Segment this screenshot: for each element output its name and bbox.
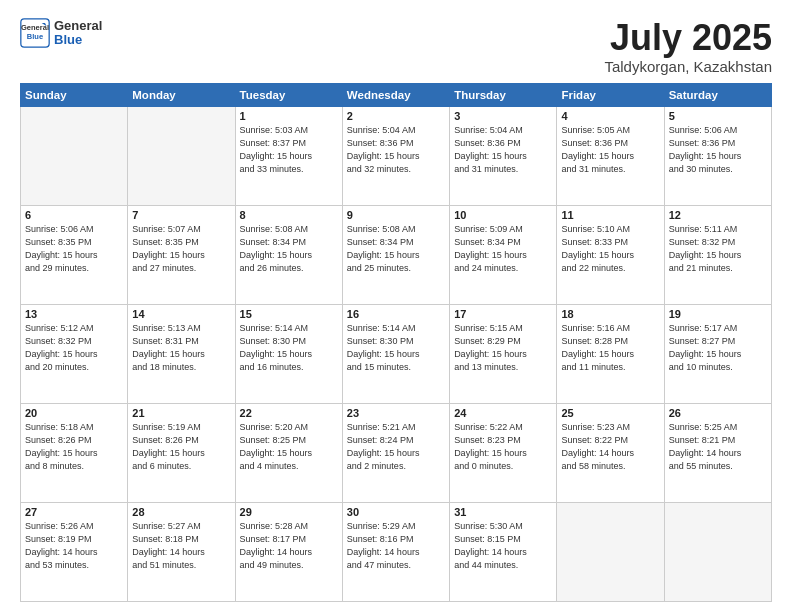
col-tuesday: Tuesday (235, 83, 342, 106)
svg-text:Blue: Blue (27, 32, 43, 41)
table-row: 17Sunrise: 5:15 AM Sunset: 8:29 PM Dayli… (450, 304, 557, 403)
day-number: 5 (669, 110, 767, 122)
day-info: Sunrise: 5:19 AM Sunset: 8:26 PM Dayligh… (132, 421, 230, 473)
day-info: Sunrise: 5:22 AM Sunset: 8:23 PM Dayligh… (454, 421, 552, 473)
table-row: 21Sunrise: 5:19 AM Sunset: 8:26 PM Dayli… (128, 403, 235, 502)
table-row: 3Sunrise: 5:04 AM Sunset: 8:36 PM Daylig… (450, 106, 557, 205)
day-info: Sunrise: 5:28 AM Sunset: 8:17 PM Dayligh… (240, 520, 338, 572)
day-info: Sunrise: 5:05 AM Sunset: 8:36 PM Dayligh… (561, 124, 659, 176)
day-number: 27 (25, 506, 123, 518)
table-row: 16Sunrise: 5:14 AM Sunset: 8:30 PM Dayli… (342, 304, 449, 403)
table-row: 12Sunrise: 5:11 AM Sunset: 8:32 PM Dayli… (664, 205, 771, 304)
day-info: Sunrise: 5:17 AM Sunset: 8:27 PM Dayligh… (669, 322, 767, 374)
logo-icon: General Blue (20, 18, 50, 48)
table-row: 19Sunrise: 5:17 AM Sunset: 8:27 PM Dayli… (664, 304, 771, 403)
day-number: 28 (132, 506, 230, 518)
day-number: 3 (454, 110, 552, 122)
calendar-row: 27Sunrise: 5:26 AM Sunset: 8:19 PM Dayli… (21, 502, 772, 601)
day-info: Sunrise: 5:11 AM Sunset: 8:32 PM Dayligh… (669, 223, 767, 275)
day-info: Sunrise: 5:21 AM Sunset: 8:24 PM Dayligh… (347, 421, 445, 473)
day-info: Sunrise: 5:27 AM Sunset: 8:18 PM Dayligh… (132, 520, 230, 572)
day-number: 16 (347, 308, 445, 320)
table-row: 24Sunrise: 5:22 AM Sunset: 8:23 PM Dayli… (450, 403, 557, 502)
logo-general-text: General (54, 19, 102, 33)
day-info: Sunrise: 5:14 AM Sunset: 8:30 PM Dayligh… (347, 322, 445, 374)
col-thursday: Thursday (450, 83, 557, 106)
day-info: Sunrise: 5:26 AM Sunset: 8:19 PM Dayligh… (25, 520, 123, 572)
location-title: Taldykorgan, Kazakhstan (604, 58, 772, 75)
day-info: Sunrise: 5:06 AM Sunset: 8:35 PM Dayligh… (25, 223, 123, 275)
month-title: July 2025 (604, 18, 772, 58)
table-row: 14Sunrise: 5:13 AM Sunset: 8:31 PM Dayli… (128, 304, 235, 403)
day-number: 13 (25, 308, 123, 320)
table-row (557, 502, 664, 601)
day-number: 20 (25, 407, 123, 419)
day-info: Sunrise: 5:15 AM Sunset: 8:29 PM Dayligh… (454, 322, 552, 374)
day-info: Sunrise: 5:29 AM Sunset: 8:16 PM Dayligh… (347, 520, 445, 572)
table-row: 5Sunrise: 5:06 AM Sunset: 8:36 PM Daylig… (664, 106, 771, 205)
day-number: 7 (132, 209, 230, 221)
day-info: Sunrise: 5:23 AM Sunset: 8:22 PM Dayligh… (561, 421, 659, 473)
calendar-row: 6Sunrise: 5:06 AM Sunset: 8:35 PM Daylig… (21, 205, 772, 304)
day-info: Sunrise: 5:04 AM Sunset: 8:36 PM Dayligh… (347, 124, 445, 176)
table-row: 1Sunrise: 5:03 AM Sunset: 8:37 PM Daylig… (235, 106, 342, 205)
calendar-body: 1Sunrise: 5:03 AM Sunset: 8:37 PM Daylig… (21, 106, 772, 601)
logo-blue-text: Blue (54, 33, 102, 47)
day-number: 21 (132, 407, 230, 419)
table-row: 18Sunrise: 5:16 AM Sunset: 8:28 PM Dayli… (557, 304, 664, 403)
day-info: Sunrise: 5:16 AM Sunset: 8:28 PM Dayligh… (561, 322, 659, 374)
table-row: 27Sunrise: 5:26 AM Sunset: 8:19 PM Dayli… (21, 502, 128, 601)
day-info: Sunrise: 5:03 AM Sunset: 8:37 PM Dayligh… (240, 124, 338, 176)
table-row: 8Sunrise: 5:08 AM Sunset: 8:34 PM Daylig… (235, 205, 342, 304)
calendar-header-row: Sunday Monday Tuesday Wednesday Thursday… (21, 83, 772, 106)
day-info: Sunrise: 5:25 AM Sunset: 8:21 PM Dayligh… (669, 421, 767, 473)
table-row: 25Sunrise: 5:23 AM Sunset: 8:22 PM Dayli… (557, 403, 664, 502)
day-number: 25 (561, 407, 659, 419)
table-row: 6Sunrise: 5:06 AM Sunset: 8:35 PM Daylig… (21, 205, 128, 304)
day-info: Sunrise: 5:20 AM Sunset: 8:25 PM Dayligh… (240, 421, 338, 473)
day-number: 19 (669, 308, 767, 320)
table-row (21, 106, 128, 205)
table-row: 28Sunrise: 5:27 AM Sunset: 8:18 PM Dayli… (128, 502, 235, 601)
logo: General Blue General Blue (20, 18, 102, 48)
day-number: 23 (347, 407, 445, 419)
table-row: 13Sunrise: 5:12 AM Sunset: 8:32 PM Dayli… (21, 304, 128, 403)
day-number: 2 (347, 110, 445, 122)
table-row: 15Sunrise: 5:14 AM Sunset: 8:30 PM Dayli… (235, 304, 342, 403)
title-block: July 2025 Taldykorgan, Kazakhstan (604, 18, 772, 75)
day-number: 4 (561, 110, 659, 122)
day-number: 29 (240, 506, 338, 518)
logo-text: General Blue (54, 19, 102, 48)
day-info: Sunrise: 5:08 AM Sunset: 8:34 PM Dayligh… (347, 223, 445, 275)
day-number: 18 (561, 308, 659, 320)
day-number: 11 (561, 209, 659, 221)
table-row: 30Sunrise: 5:29 AM Sunset: 8:16 PM Dayli… (342, 502, 449, 601)
table-row: 9Sunrise: 5:08 AM Sunset: 8:34 PM Daylig… (342, 205, 449, 304)
day-info: Sunrise: 5:13 AM Sunset: 8:31 PM Dayligh… (132, 322, 230, 374)
table-row: 2Sunrise: 5:04 AM Sunset: 8:36 PM Daylig… (342, 106, 449, 205)
table-row: 23Sunrise: 5:21 AM Sunset: 8:24 PM Dayli… (342, 403, 449, 502)
day-number: 9 (347, 209, 445, 221)
calendar: Sunday Monday Tuesday Wednesday Thursday… (20, 83, 772, 602)
table-row (664, 502, 771, 601)
day-info: Sunrise: 5:08 AM Sunset: 8:34 PM Dayligh… (240, 223, 338, 275)
table-row: 22Sunrise: 5:20 AM Sunset: 8:25 PM Dayli… (235, 403, 342, 502)
day-info: Sunrise: 5:10 AM Sunset: 8:33 PM Dayligh… (561, 223, 659, 275)
day-number: 26 (669, 407, 767, 419)
day-info: Sunrise: 5:06 AM Sunset: 8:36 PM Dayligh… (669, 124, 767, 176)
day-number: 31 (454, 506, 552, 518)
calendar-row: 1Sunrise: 5:03 AM Sunset: 8:37 PM Daylig… (21, 106, 772, 205)
day-number: 15 (240, 308, 338, 320)
day-number: 22 (240, 407, 338, 419)
day-number: 30 (347, 506, 445, 518)
calendar-row: 13Sunrise: 5:12 AM Sunset: 8:32 PM Dayli… (21, 304, 772, 403)
table-row: 20Sunrise: 5:18 AM Sunset: 8:26 PM Dayli… (21, 403, 128, 502)
table-row: 26Sunrise: 5:25 AM Sunset: 8:21 PM Dayli… (664, 403, 771, 502)
col-saturday: Saturday (664, 83, 771, 106)
day-number: 12 (669, 209, 767, 221)
page: General Blue General Blue July 2025 Tald… (0, 0, 792, 612)
day-info: Sunrise: 5:09 AM Sunset: 8:34 PM Dayligh… (454, 223, 552, 275)
table-row: 31Sunrise: 5:30 AM Sunset: 8:15 PM Dayli… (450, 502, 557, 601)
col-sunday: Sunday (21, 83, 128, 106)
col-monday: Monday (128, 83, 235, 106)
